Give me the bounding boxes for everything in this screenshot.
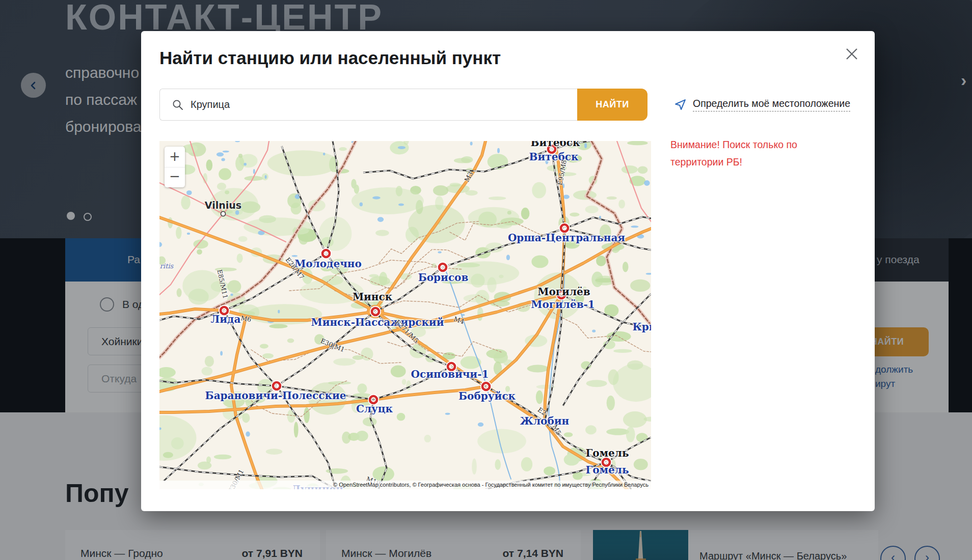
station-marker[interactable] bbox=[603, 459, 610, 466]
detect-location-label: Определить моё местоположение bbox=[693, 98, 850, 111]
station-marker[interactable] bbox=[558, 291, 565, 298]
belarus-stations-map[interactable]: ВитебскМинскМогилёвГомельVilniusВитебскО… bbox=[159, 141, 651, 489]
station-marker[interactable] bbox=[322, 250, 330, 257]
zoom-out-button[interactable]: − bbox=[165, 167, 185, 187]
station-marker[interactable] bbox=[439, 264, 446, 271]
station-marker[interactable] bbox=[548, 146, 555, 153]
station-marker[interactable] bbox=[561, 225, 568, 232]
station-marker[interactable] bbox=[448, 363, 455, 370]
station-marker[interactable] bbox=[482, 383, 490, 390]
map-zoom-control: + − bbox=[165, 147, 185, 187]
station-search-row: Крупица НАЙТИ Определить моё местоположе… bbox=[159, 89, 850, 121]
map-canvas bbox=[159, 141, 651, 489]
station-search-input[interactable]: Крупица bbox=[159, 89, 577, 121]
search-icon bbox=[172, 99, 183, 110]
map-attribution: © OpenStreetMap contributors, © Географи… bbox=[159, 481, 651, 489]
city-dot-marker bbox=[221, 212, 226, 216]
modal-title: Найти станцию или населенный пункт bbox=[159, 48, 501, 68]
find-station-modal: Найти станцию или населенный пункт Крупи… bbox=[141, 31, 875, 511]
station-marker[interactable] bbox=[370, 396, 377, 403]
station-marker[interactable] bbox=[273, 382, 280, 389]
detect-location-link[interactable]: Определить моё местоположение bbox=[674, 89, 850, 121]
station-marker[interactable] bbox=[372, 308, 379, 315]
find-button[interactable]: НАЙТИ bbox=[577, 89, 647, 121]
location-arrow-icon bbox=[674, 98, 687, 111]
zoom-in-button[interactable]: + bbox=[165, 147, 185, 167]
station-marker[interactable] bbox=[221, 307, 228, 314]
close-icon[interactable] bbox=[843, 45, 860, 63]
search-warning-text: Внимание! Поиск только по территории РБ! bbox=[670, 136, 833, 171]
station-search-value: Крупица bbox=[191, 99, 230, 110]
